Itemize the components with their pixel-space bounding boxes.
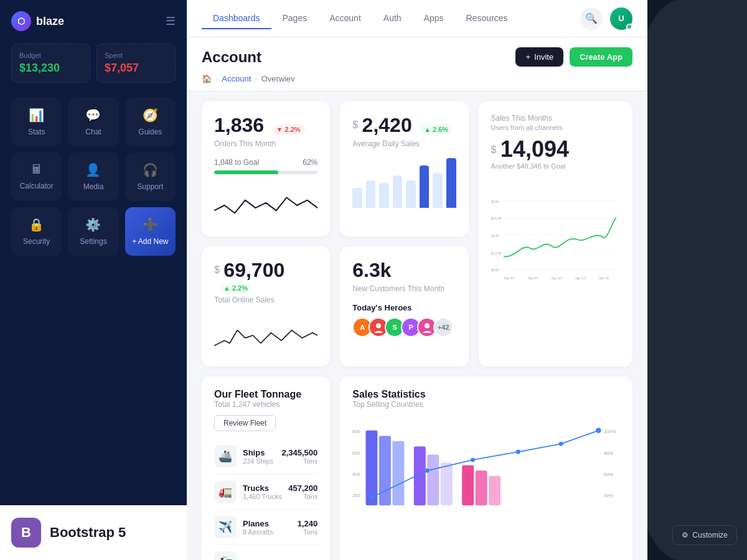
review-fleet-button[interactable]: Review Fleet [214,415,276,431]
sidebar-item-calculator[interactable]: 🖩 Calculator [11,152,62,201]
monthly-goal-text: Another $48,346 to Goal [491,162,621,170]
user-avatar[interactable]: U [610,7,632,30]
svg-text:Apr 07: Apr 07 [527,276,537,280]
breadcrumb-overview: Overwiev [261,74,295,83]
nav-apps[interactable]: Apps [413,8,455,29]
trains-info: Trains [243,558,288,561]
planes-info: Planes 8 Aircrafts [243,519,298,536]
online-sales-badge: ▲ 2.2% [219,283,252,293]
media-icon: 👤 [85,162,101,177]
trucks-count: 1,460 Trucks [243,493,288,500]
sidebar-item-media[interactable]: 👤 Media [68,152,118,201]
bootstrap-badge: B Bootstrap 5 [0,505,187,560]
customers-number: 6.3k [352,259,391,281]
ships-value: 2,345,500 Tons [281,448,317,465]
nav-pages[interactable]: Pages [271,8,319,29]
planes-icon: ✈️ [214,516,237,538]
nav-dashboards[interactable]: Dashboards [202,8,271,29]
monthly-number-row: $ 14,094 [491,136,621,162]
stats-label: Stats [28,128,45,136]
trucks-icon: 🚛 [214,480,237,503]
trucks-unit: Tons [288,493,317,500]
ships-name: Ships [243,448,281,457]
svg-text:$24K: $24K [491,200,499,203]
svg-point-35 [425,469,430,473]
fleet-row-trains: 🚂 Trains 804,300 [214,545,317,560]
main-content: Dashboards Pages Account Auth Apps Resou… [187,0,647,560]
page-actions: + Invite Create App [515,47,632,67]
progress-bar [214,170,317,174]
customize-button[interactable]: ⚙ Customize [672,525,737,545]
sidebar-item-settings[interactable]: ⚙️ Settings [68,207,118,256]
nav-resources[interactable]: Resources [455,8,519,29]
menu-icon[interactable]: ☰ [166,14,176,28]
top-nav-right: 🔍 U [580,7,632,30]
goal-pct: 62% [303,158,317,167]
sidebar-item-add-new[interactable]: ➕ + Add New [125,207,176,256]
sidebar-item-guides[interactable]: 🧭 Guides [125,98,176,146]
nav-grid: 📊 Stats 💬 Chat 🧭 Guides 🖩 Calculator 👤 M… [11,98,176,256]
svg-rect-30 [441,462,453,505]
planes-value: 1,240 Tons [298,519,318,536]
monthly-chart-svg: $24K $20.5K $17K $13.5K $10K Apr 04 Apr … [491,177,621,302]
invite-button[interactable]: + Invite [515,47,563,67]
svg-text:800: 800 [352,429,360,434]
online-sales-sparkline [214,317,317,354]
online-sales-card: $ 69,700 ▲ 2.2% Total Online Sales [202,246,330,366]
customers-card: 6.3k New Customers This Month Today's He… [340,246,468,366]
sidebar-item-chat[interactable]: 💬 Chat [68,98,118,146]
sidebar-item-support[interactable]: 🎧 Support [125,152,176,201]
progress-fill [214,170,278,174]
online-sparkline-svg [214,317,317,354]
nav-account[interactable]: Account [318,8,372,29]
fleet-card: Our Fleet Tonnage Total 1,247 vehicles R… [202,376,330,560]
calculator-icon: 🖩 [31,162,43,177]
logo-icon: ⬡ [11,11,31,31]
budget-label: Budget [19,52,82,59]
dashboard-area: 1,836 ▼ 2.2% Orders This Month 1,048 to … [187,91,647,560]
settings-label: Settings [80,237,106,246]
nav-auth[interactable]: Auth [372,8,413,29]
sales-statistics-card: Sales Statistics Top Selling Countries 8… [340,376,632,560]
breadcrumb: 🏠 › Account › Overwiev [202,74,632,91]
ships-num: 2,345,500 [281,448,317,457]
goal-text: 1,048 to Goal [214,158,259,167]
svg-text:80%: 80% [604,450,614,456]
monthly-title: Sales This Months [491,114,621,123]
bootstrap-icon: B [11,518,41,548]
svg-point-38 [559,442,563,446]
planes-name: Planes [243,519,298,528]
page-header: Account + Invite Create App 🏠 › Account … [187,37,647,91]
ships-count: 234 Ships [243,457,281,465]
guides-icon: 🧭 [143,108,158,123]
search-icon[interactable]: 🔍 [580,7,603,30]
trains-value: 804,300 [288,558,317,561]
daily-sales-prefix: $ [352,119,358,130]
svg-rect-31 [462,465,474,505]
calculator-label: Calculator [20,182,54,190]
bar-3 [379,183,389,208]
heroes-label: Today's Heroes [352,303,456,312]
monthly-line-chart: $24K $20.5K $17K $13.5K $10K Apr 04 Apr … [491,177,621,302]
statistics-title: Sales Statistics [352,389,620,400]
spent-value: $7,057 [105,62,167,75]
bar-1 [352,188,362,208]
page-title-row: Account + Invite Create App [202,47,632,67]
svg-text:Apr 04: Apr 04 [504,276,514,280]
svg-text:$13.5K: $13.5K [491,251,502,255]
breadcrumb-home[interactable]: 🏠 [202,74,212,83]
trains-num: 804,300 [288,558,317,561]
breadcrumb-account[interactable]: Account [222,74,251,83]
trucks-info: Trucks 1,460 Trucks [243,483,288,500]
create-app-button[interactable]: Create App [570,47,632,67]
budget-value: $13,230 [19,62,82,75]
svg-point-34 [370,495,374,500]
trains-name: Trains [243,558,288,561]
sidebar-item-security[interactable]: 🔒 Security [11,207,62,256]
heroes-avatars: A S P +42 [352,317,456,337]
page-title: Account [202,49,261,66]
sidebar-item-stats[interactable]: 📊 Stats [11,98,62,146]
monthly-number: 14,094 [500,136,569,162]
statistics-subtitle: Top Selling Countries [352,400,620,409]
invite-plus-icon: + [525,52,530,62]
